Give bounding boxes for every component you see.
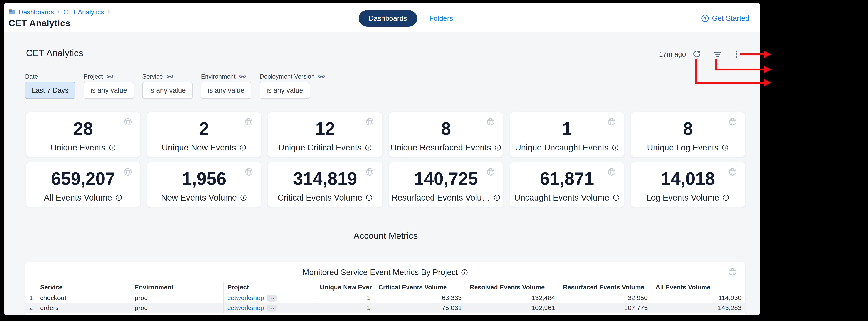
info-icon[interactable] [494,144,501,151]
info-icon[interactable] [612,144,619,151]
breadcrumb-link-cet-analytics[interactable]: CET Analytics [63,8,104,16]
filter-value-button[interactable]: Last 7 Days [25,82,75,99]
globe-icon [486,117,495,126]
kpi-row-unique: 28 Unique Events 2 Unique New Eve [26,112,745,157]
column-header-resolved[interactable]: Resolved Events Volume [466,282,559,293]
globe-icon [607,168,616,176]
globe-icon [728,117,737,126]
cell-num: 1 [25,293,36,303]
project-link[interactable]: cetworkshop [227,294,264,301]
info-icon[interactable] [613,194,620,201]
kpi-label: Critical Events Volume [277,193,362,202]
refresh-icon[interactable] [692,50,701,59]
cell-unique_new: 1 [316,303,375,313]
column-header-label: Unique New Ever [320,284,372,291]
cell-num: 2 [25,303,36,313]
cell-project: cetworkshop⋯ [223,303,316,313]
kpi-value: 12 [268,119,382,139]
metrics-table: ServiceEnvironmentProjectUnique New Ever… [25,282,745,313]
cell-environment: prod [131,303,223,313]
info-icon[interactable] [461,269,468,276]
info-icon[interactable] [493,194,500,201]
table-title-row: Monitored Service Event Metrics By Proje… [25,262,745,282]
filter-label: Project [84,73,103,80]
filter-value-button[interactable]: is any value [201,82,251,99]
filter-value-button[interactable]: is any value [84,82,134,99]
sort-desc-icon [374,285,375,290]
globe-icon [486,168,495,176]
kpi-value: 8 [389,119,503,139]
cell-project: cetworkshop⋯ [223,293,316,303]
filter-control: Environment is any value [201,72,251,99]
filter-value-button[interactable]: is any value [259,82,310,99]
kpi-tile: 314,819 Critical Events Volume [268,162,382,207]
table-row: 1checkoutprodcetworkshop⋯163,333132,4843… [25,293,745,303]
project-link[interactable]: cetworkshop [227,304,264,311]
kpi-label: Log Events Volume [646,193,719,202]
kpi-value: 14,018 [631,169,745,188]
table-title: Monitored Service Event Metrics By Proje… [303,268,458,277]
info-icon[interactable] [240,194,247,201]
kpi-value: 1,956 [147,169,261,188]
kpi-label: Unique Events [51,143,105,152]
globe-icon [365,168,374,176]
column-header-label: Project [227,284,249,291]
view-tabs: Dashboards Folders [359,10,453,27]
filter-label: Deployment Version [259,73,315,80]
column-header-critical[interactable]: Critical Events Volume [375,282,466,293]
column-header-project[interactable]: Project [223,282,316,293]
filter-value-button[interactable]: is any value [142,82,193,99]
globe-icon [123,168,132,176]
breadcrumb-link-dashboards[interactable]: Dashboards [19,8,54,16]
info-icon[interactable] [721,144,729,151]
breadcrumb: Dashboards › CET Analytics › [9,8,110,16]
column-header-label: Resolved Events Volume [470,284,545,291]
filter-label: Service [142,73,163,80]
kpi-tile: 1 Unique Uncaught Events [510,112,624,157]
cell-critical: 63,333 [375,293,466,303]
globe-icon [728,168,737,176]
kpi-tile: 1,956 New Events Volume [147,162,261,207]
dashboard-title: CET Analytics [26,48,83,58]
info-icon[interactable] [365,194,373,201]
info-icon[interactable] [722,194,730,201]
column-header-unique_new[interactable]: Unique New Ever [316,282,375,293]
filter-icon[interactable] [713,50,722,59]
cell-all: 143,283 [652,303,745,313]
section-heading: Account Metrics [26,230,745,241]
info-icon[interactable] [365,144,372,151]
link-icon [166,72,174,80]
kpi-label: Unique Uncaught Events [515,143,609,152]
link-icon [318,72,326,80]
project-actions-badge[interactable]: ⋯ [267,305,277,312]
info-icon[interactable] [108,144,116,151]
column-header-num[interactable] [25,282,36,293]
question-circle-icon: ? [701,14,709,23]
filter-label: Environment [201,73,236,80]
column-header-service[interactable]: Service [36,282,131,293]
filter-bar: Date Last 7 Days Project [25,72,310,99]
column-header-label: Resurfaced Events Volume [563,284,644,291]
info-icon[interactable] [239,144,247,151]
cell-critical: 75,031 [375,303,466,313]
kpi-tile: 140,725 Resurfaced Events Volu… [389,162,503,207]
project-actions-badge[interactable]: ⋯ [267,295,277,301]
column-header-all[interactable]: All Events Volume [652,282,745,293]
cell-resurfaced: 107,775 [559,303,652,313]
column-header-resurfaced[interactable]: Resurfaced Events Volume [559,282,652,293]
tab-folders[interactable]: Folders [429,14,453,23]
svg-text:?: ? [704,16,707,21]
kpi-label: All Events Volume [44,193,112,202]
dashboards-grid-icon[interactable] [9,9,15,15]
app-window: Dashboards › CET Analytics › CET Analyti… [4,3,760,315]
cell-environment: prod [131,293,223,303]
tab-dashboards[interactable]: Dashboards [359,10,417,27]
column-header-environment[interactable]: Environment [131,282,223,293]
info-icon[interactable] [115,194,123,201]
kpi-value: 659,207 [26,169,140,188]
table-tile: Monitored Service Event Metrics By Proje… [25,262,745,315]
column-header-label: Critical Events Volume [379,284,447,291]
kpi-tile: 14,018 Log Events Volume [631,162,745,207]
globe-icon [728,267,737,276]
get-started-button[interactable]: ? Get Started [701,14,749,23]
